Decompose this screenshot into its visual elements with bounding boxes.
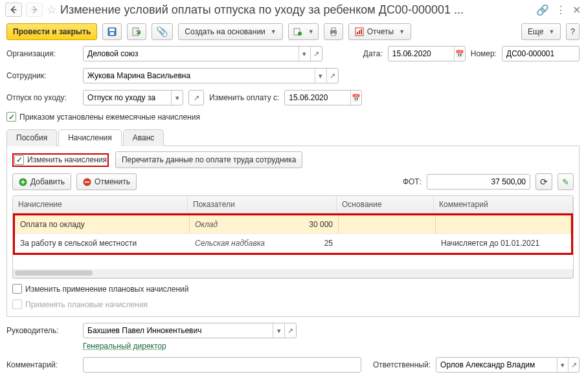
tabs: Пособия Начисления Аванс bbox=[6, 129, 580, 146]
table-row[interactable]: Оплата по окладу Оклад 30 000 bbox=[15, 215, 571, 234]
svg-rect-12 bbox=[357, 32, 358, 34]
change-accruals-check[interactable]: Изменить начисления bbox=[14, 155, 107, 165]
order-check-label: Приказом установлены ежемесячные начисле… bbox=[19, 113, 200, 122]
svg-rect-13 bbox=[359, 30, 360, 34]
chevron-down-icon[interactable]: ▾ bbox=[171, 91, 183, 105]
save-button[interactable] bbox=[102, 23, 122, 40]
change-from-input[interactable] bbox=[285, 91, 350, 105]
post-icon bbox=[131, 27, 142, 37]
date-label: Дата: bbox=[363, 49, 383, 58]
emp-label: Сотрудник: bbox=[6, 71, 78, 80]
checkbox-icon bbox=[12, 299, 22, 309]
more-menu-icon[interactable]: ⋮ bbox=[556, 4, 566, 16]
comment-input[interactable] bbox=[84, 358, 361, 372]
svg-rect-14 bbox=[361, 29, 362, 34]
table-row[interactable]: За работу в сельской местности Сельская … bbox=[15, 234, 571, 253]
fot-label: ФОТ: bbox=[403, 177, 422, 186]
tab-advance[interactable]: Аванс bbox=[123, 129, 164, 146]
resp-input[interactable] bbox=[436, 358, 557, 372]
resp-field[interactable]: ▾ ↗ bbox=[436, 357, 580, 373]
date-input[interactable] bbox=[389, 47, 454, 61]
tab-benefits[interactable]: Пособия bbox=[6, 129, 57, 146]
apply-plan-label: Применять плановые начисления bbox=[25, 300, 148, 309]
tab-accruals[interactable]: Начисления bbox=[58, 129, 122, 146]
paperclip-icon: 📎 bbox=[156, 26, 168, 38]
th-base[interactable]: Основание bbox=[337, 196, 434, 213]
more-button[interactable]: Еще▼ bbox=[521, 23, 561, 40]
fill-button[interactable]: ▼ bbox=[288, 23, 319, 40]
change-from-label: Изменить оплату с: bbox=[209, 93, 279, 102]
org-label: Организация: bbox=[6, 49, 78, 58]
manager-input[interactable] bbox=[84, 323, 273, 338]
window-title: Изменение условий оплаты отпуска по уход… bbox=[60, 3, 532, 17]
svg-point-7 bbox=[298, 32, 302, 36]
post-close-button[interactable]: Провести и закрыть bbox=[6, 23, 97, 40]
leave-input[interactable] bbox=[84, 91, 171, 105]
apply-plan-check: Применять плановые начисления bbox=[12, 299, 148, 309]
accruals-panel: Изменить начисления Перечитать данные по… bbox=[6, 146, 580, 317]
pencil-icon: ✎ bbox=[562, 177, 569, 187]
link-icon[interactable]: 🔗 bbox=[536, 4, 549, 16]
manager-label: Руководитель: bbox=[6, 326, 78, 335]
close-icon[interactable]: ✕ bbox=[572, 4, 581, 16]
th-name[interactable]: Начисление bbox=[13, 196, 188, 213]
refresh-button[interactable]: ⟳ bbox=[535, 173, 552, 190]
fill-icon bbox=[293, 27, 303, 37]
open-icon[interactable]: ↗ bbox=[326, 69, 338, 83]
change-plan-check[interactable]: Изменить применение плановых начислений bbox=[12, 284, 188, 294]
cancel-button[interactable]: Отменить bbox=[76, 173, 137, 190]
chevron-down-icon[interactable]: ▾ bbox=[557, 358, 568, 372]
refresh-icon: ⟳ bbox=[540, 177, 548, 187]
attach-button[interactable]: 📎 bbox=[152, 23, 173, 40]
emp-field[interactable]: ▾ ↗ bbox=[83, 68, 339, 83]
manager-position-link[interactable]: Генеральный директор bbox=[83, 342, 166, 351]
calendar-icon[interactable]: 📅 bbox=[350, 91, 361, 105]
plus-icon bbox=[19, 178, 27, 186]
print-icon bbox=[328, 27, 339, 37]
fot-input[interactable] bbox=[427, 175, 530, 189]
org-input[interactable] bbox=[84, 47, 299, 61]
leave-label: Отпуск по уходу: bbox=[6, 93, 78, 102]
open-icon[interactable]: ↗ bbox=[284, 323, 296, 338]
num-input[interactable] bbox=[502, 47, 579, 61]
fot-field[interactable] bbox=[427, 174, 530, 190]
nav-forward[interactable] bbox=[26, 3, 43, 17]
floppy-icon bbox=[107, 27, 117, 37]
nav-back[interactable] bbox=[5, 3, 22, 17]
order-check[interactable]: Приказом установлены ежемесячные начисле… bbox=[6, 112, 200, 122]
add-button[interactable]: Добавить bbox=[12, 173, 71, 190]
help-button[interactable]: ? bbox=[566, 23, 580, 40]
checkbox-icon[interactable] bbox=[6, 112, 16, 122]
h-scrollbar[interactable] bbox=[13, 269, 573, 278]
open-icon[interactable]: ↗ bbox=[568, 358, 579, 372]
resp-label: Ответственный: bbox=[373, 360, 431, 369]
post-button[interactable] bbox=[127, 23, 146, 40]
chevron-down-icon[interactable]: ▾ bbox=[315, 69, 326, 83]
th-comment[interactable]: Комментарий bbox=[434, 196, 573, 213]
leave-open[interactable]: ↗ bbox=[188, 90, 204, 105]
calendar-icon[interactable]: 📅 bbox=[454, 47, 465, 61]
manager-field[interactable]: ▾ ↗ bbox=[83, 323, 297, 338]
checkbox-icon[interactable] bbox=[14, 155, 24, 165]
print-button[interactable] bbox=[324, 23, 343, 40]
th-ind[interactable]: Показатели bbox=[188, 196, 337, 213]
change-plan-label: Изменить применение плановых начислений bbox=[25, 285, 188, 294]
favorite-icon[interactable]: ☆ bbox=[47, 3, 56, 17]
change-from-field[interactable]: 📅 bbox=[284, 90, 362, 105]
comment-field[interactable] bbox=[83, 357, 361, 373]
chevron-down-icon[interactable]: ▾ bbox=[273, 323, 284, 338]
org-field[interactable]: ▾ ↗ bbox=[83, 46, 322, 61]
create-based-button[interactable]: Создать на основании▼ bbox=[178, 23, 282, 40]
svg-rect-10 bbox=[332, 33, 335, 36]
open-icon[interactable]: ↗ bbox=[189, 91, 203, 105]
edit-button[interactable]: ✎ bbox=[558, 173, 574, 190]
num-field[interactable] bbox=[502, 46, 580, 61]
emp-input[interactable] bbox=[84, 69, 315, 83]
chevron-down-icon[interactable]: ▾ bbox=[299, 47, 310, 61]
leave-field[interactable]: ▾ bbox=[83, 90, 183, 105]
reports-button[interactable]: Отчеты▼ bbox=[348, 23, 411, 40]
open-icon[interactable]: ↗ bbox=[310, 47, 322, 61]
checkbox-icon[interactable] bbox=[12, 284, 22, 294]
reread-button[interactable]: Перечитать данные по оплате труда сотруд… bbox=[115, 151, 302, 168]
date-field[interactable]: 📅 bbox=[388, 46, 466, 61]
